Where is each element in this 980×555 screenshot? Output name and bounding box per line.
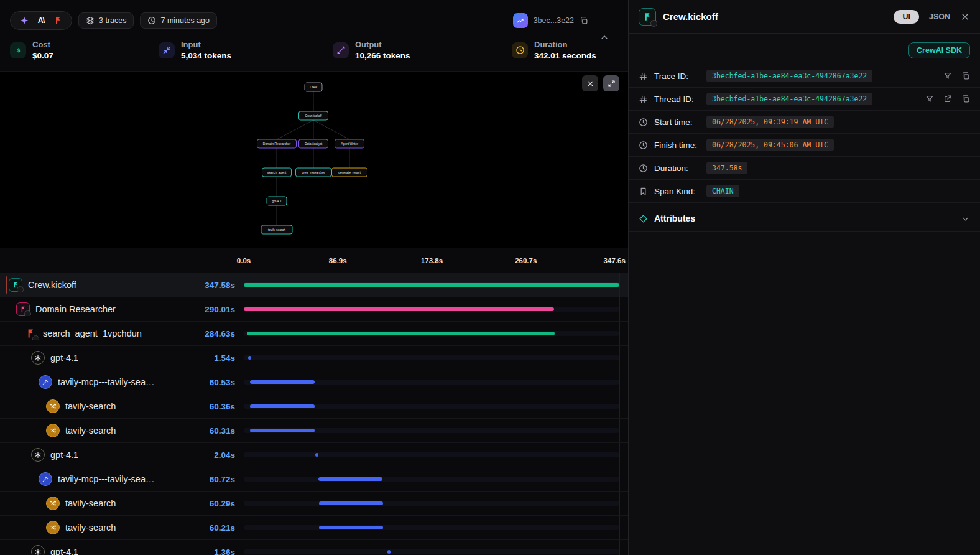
span-duration: 290.01s	[187, 305, 235, 314]
span-duration: 284.63s	[187, 329, 235, 338]
stats-row: $Cost$0.07Input5,034 tokensOutput10,266 …	[0, 32, 628, 60]
duration-bar	[248, 356, 251, 360]
external-icon[interactable]	[943, 95, 952, 103]
timeline-row[interactable]: Crew.kickoff347.58s	[0, 273, 628, 297]
span-label: Crew.kickoff	[28, 280, 76, 290]
duration-bar	[318, 477, 383, 481]
funnel-icon[interactable]	[943, 72, 952, 80]
tab-json[interactable]: JSON	[929, 12, 950, 21]
crewai-logo-icon	[52, 15, 63, 26]
field-actions	[925, 95, 970, 103]
span-chart	[244, 394, 620, 418]
tab-ui[interactable]: UI	[894, 10, 919, 24]
span-label: gpt-4.1	[50, 353, 78, 363]
timeline-row[interactable]: gpt-4.11.54s	[0, 346, 628, 370]
timeline-row[interactable]: tavily-search60.29s	[0, 492, 628, 516]
clock-icon	[639, 141, 649, 150]
graph-node[interactable]: Domain Researcher	[257, 139, 297, 148]
graph-node[interactable]: search_agent	[262, 168, 292, 177]
close-panel-icon[interactable]	[960, 12, 970, 22]
copy-icon[interactable]	[961, 95, 970, 103]
span-duration: 2.04s	[187, 450, 235, 460]
close-graph-icon[interactable]	[582, 75, 598, 91]
svg-text:Crew.kickoff: Crew.kickoff	[305, 114, 322, 118]
field-actions	[943, 72, 970, 80]
axis-ticks: 0.0s86.9s173.8s260.7s347.6s	[244, 248, 620, 273]
graph-panel: CrewCrew.kickoffDomain ResearcherData An…	[0, 71, 628, 248]
clock-icon	[639, 118, 649, 127]
span-name: tavily-mcp---tavily-sea…	[0, 472, 187, 486]
bar-track	[244, 355, 619, 360]
span-label: tavily-search	[65, 426, 116, 436]
field-row: Trace ID:3becbfed-a1be-ae84-ea3c-4942867…	[629, 65, 980, 88]
copy-icon[interactable]	[961, 72, 970, 80]
timeline-row[interactable]: tavily-mcp---tavily-sea…60.72s	[0, 467, 628, 492]
field-row: Thread ID:3becbfed-a1be-ae84-ea3c-494286…	[629, 88, 980, 111]
field-label: Finish time:	[654, 141, 706, 150]
expand-graph-icon[interactable]	[603, 75, 619, 91]
duration-bar	[247, 332, 555, 335]
traces-count-label: 3 traces	[99, 16, 126, 25]
svg-text:Data Analyst: Data Analyst	[305, 142, 323, 146]
field-row: Start time:06/28/2025, 09:39:19 AM UTC	[629, 111, 980, 134]
timeline-row[interactable]: tavily-mcp---tavily-sea…60.53s	[0, 370, 628, 394]
span-duration: 60.29s	[187, 499, 235, 508]
stat-value: 342.01 seconds	[534, 51, 596, 60]
field-value: 06/28/2025, 09:45:06 AM UTC	[706, 139, 834, 151]
svg-text:$: $	[16, 47, 20, 54]
field-value: 347.58s	[706, 162, 747, 174]
graph-node[interactable]: tavily-search	[261, 225, 292, 234]
integration-logos: A\	[10, 11, 72, 30]
graph-node[interactable]: Crew.kickoff	[299, 111, 328, 120]
hash-icon	[639, 95, 649, 104]
field-row: Span Kind:CHAIN	[629, 180, 980, 203]
search-amber-icon	[46, 424, 60, 437]
funnel-icon[interactable]	[925, 95, 934, 103]
span-name: tavily-mcp---tavily-sea…	[0, 375, 187, 389]
timeline-row[interactable]: Domain Researcher290.01s	[0, 297, 628, 322]
trace-graph: CrewCrew.kickoffDomain ResearcherData An…	[0, 72, 627, 249]
timeline-row[interactable]: tavily-search60.31s	[0, 419, 628, 443]
stat-text: Input5,034 tokens	[181, 40, 231, 60]
graph-node[interactable]: gpt-4.1	[267, 197, 287, 205]
duration-bar	[244, 307, 554, 311]
span-chart	[244, 273, 620, 297]
duration-bar	[250, 380, 315, 384]
panel-header: Crew.kickoff UI JSON	[629, 0, 980, 34]
traces-count-badge[interactable]: 3 traces	[78, 12, 134, 29]
openai-icon	[31, 545, 45, 555]
bar-track	[244, 549, 619, 554]
graph-node[interactable]: generate_report	[332, 168, 368, 177]
span-label: tavily-search	[65, 498, 116, 508]
graph-node[interactable]: Agent Writer	[335, 139, 364, 148]
timeline-row[interactable]: tavily-search60.21s	[0, 516, 628, 540]
span-chart	[244, 467, 620, 491]
field-label: Start time:	[654, 118, 706, 127]
openai-icon	[31, 351, 45, 365]
search-amber-icon	[46, 399, 60, 413]
bar-track	[244, 525, 619, 530]
timeline-row[interactable]: gpt-4.11.36s	[0, 540, 628, 555]
crewai-panel-icon	[639, 8, 656, 26]
timeline-row[interactable]: tavily-search60.36s	[0, 394, 628, 419]
axis-tick: 86.9s	[329, 257, 347, 264]
copy-icon[interactable]	[580, 16, 588, 25]
tools-blue-icon	[39, 472, 52, 486]
graph-node[interactable]: Data Analyst	[299, 139, 328, 148]
duration-bar	[250, 429, 314, 432]
graph-node[interactable]: Crew	[305, 83, 322, 91]
chevron-up-icon[interactable]	[599, 32, 609, 42]
span-duration: 60.72s	[187, 475, 235, 484]
span-name: tavily-search	[0, 521, 187, 534]
timeline-row[interactable]: search_agent_1vpchdun284.63s	[0, 322, 628, 346]
time-ago-label: 7 minutes ago	[160, 16, 210, 25]
timeline-row[interactable]: gpt-4.12.04s	[0, 443, 628, 467]
axis-tick: 0.0s	[237, 257, 251, 264]
attributes-section[interactable]: Attributes	[629, 205, 980, 232]
graph-node[interactable]: crew_researcher	[296, 168, 331, 177]
field-label: Trace ID:	[654, 72, 706, 81]
timeline-axis: 0.0s86.9s173.8s260.7s347.6s	[0, 248, 628, 273]
axis-tick: 173.8s	[421, 257, 443, 264]
axis-tick: 347.6s	[604, 257, 626, 264]
crew-red-icon	[24, 327, 37, 340]
